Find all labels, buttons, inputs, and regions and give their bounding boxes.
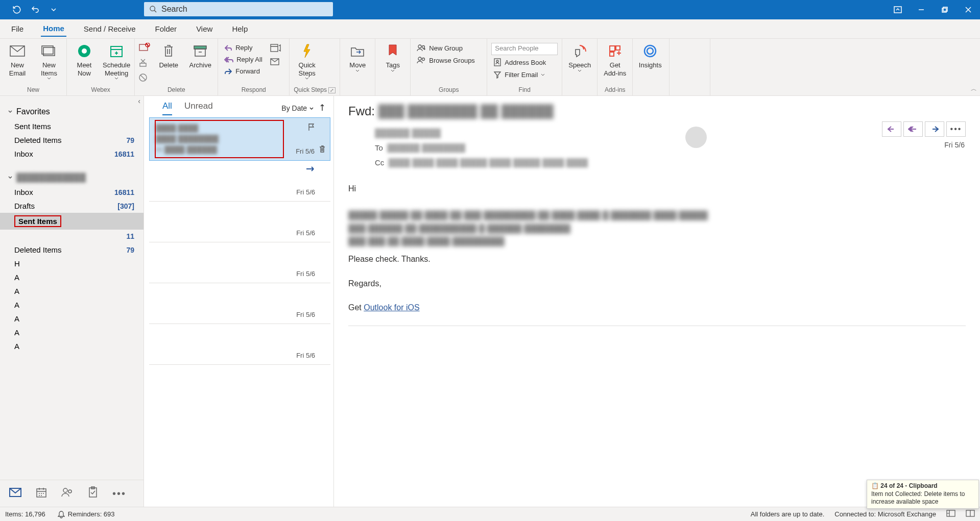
new-items-button[interactable]: New Items	[36, 43, 62, 80]
sort-direction-icon[interactable]	[319, 104, 325, 113]
view-reading-icon[interactable]	[966, 510, 975, 518]
tab-send-receive[interactable]: Send / Receive	[82, 21, 138, 36]
close-icon[interactable]	[957, 0, 980, 19]
svg-rect-25	[616, 46, 620, 50]
new-group-button[interactable]: New Group	[415, 43, 477, 53]
ribbon-group-webex: Webex	[71, 85, 130, 95]
ribbon-group-respond: Respond	[222, 85, 285, 95]
get-addins-button[interactable]: Get Add-ins	[602, 43, 628, 77]
ribbon-display-icon[interactable]	[886, 0, 910, 19]
address-book-button[interactable]: Address Book	[491, 57, 558, 67]
ribbon-group-delete: Delete	[139, 85, 213, 95]
more-nav-icon[interactable]: •••	[112, 488, 126, 500]
folder-item[interactable]: Inbox16811	[0, 185, 144, 199]
folder-item[interactable]: Sent Items	[0, 213, 144, 230]
flag-icon[interactable]	[307, 123, 315, 133]
filter-unread-tab[interactable]: Unread	[184, 101, 213, 115]
insights-button[interactable]: Insights	[637, 43, 663, 69]
svg-rect-3	[943, 7, 947, 11]
status-item-count: Items: 16,796	[5, 510, 45, 518]
more-respond-icon[interactable]	[270, 57, 281, 69]
dropdown-icon[interactable]	[49, 5, 58, 14]
ribbon-group-find: Find	[491, 85, 558, 95]
tasks-icon[interactable]	[88, 486, 98, 501]
folder-item[interactable]: 11	[0, 230, 144, 243]
sort-dropdown[interactable]: By Date	[281, 104, 314, 112]
forward-button[interactable]: Forward	[222, 66, 265, 76]
status-reminders[interactable]: Reminders: 693	[58, 510, 115, 518]
search-placeholder: Search	[161, 5, 187, 14]
cleanup-icon[interactable]	[139, 58, 150, 69]
email-date: Fri 5/6	[944, 141, 965, 149]
new-email-button[interactable]: New Email	[4, 43, 31, 77]
browse-groups-button[interactable]: Browse Groups	[415, 55, 477, 65]
view-normal-icon[interactable]	[946, 510, 955, 518]
reply-all-button[interactable]: Reply All	[222, 55, 265, 64]
message-list-pane: All Unread By Date ████ ████████ ███████…	[144, 96, 334, 507]
folder-item[interactable]: Deleted Items79	[0, 243, 144, 257]
collapse-ribbon-icon[interactable]: ︿	[971, 85, 977, 93]
folder-item[interactable]: A	[0, 284, 144, 298]
email-headers: ██████ █████ To ██████ ████████ Cc ████ …	[334, 122, 980, 176]
favorites-header[interactable]: Favorites	[0, 104, 144, 119]
ignore-icon[interactable]	[139, 43, 150, 54]
svg-point-0	[150, 6, 155, 11]
message-item[interactable]: Fri 5/6	[149, 242, 330, 283]
folder-item[interactable]: A	[0, 270, 144, 284]
search-input[interactable]: Search	[144, 2, 333, 16]
svg-point-27	[647, 48, 653, 54]
forwarded-icon	[306, 165, 315, 174]
search-people-input[interactable]: Search People	[491, 43, 558, 55]
meet-now-button[interactable]: Meet Now	[71, 43, 98, 77]
message-item[interactable]: Fri 5/6	[149, 161, 330, 202]
filter-email-button[interactable]: Filter Email	[491, 69, 558, 80]
tab-view[interactable]: View	[194, 21, 214, 36]
delete-msg-icon[interactable]	[319, 145, 326, 155]
mail-icon[interactable]	[9, 487, 21, 500]
filter-all-tab[interactable]: All	[162, 101, 172, 115]
maximize-icon[interactable]	[933, 0, 957, 19]
delete-button[interactable]: Delete	[155, 43, 182, 69]
favorite-folder[interactable]: Deleted Items79	[0, 133, 144, 147]
quick-steps-button[interactable]: Quick Steps	[294, 43, 320, 80]
refresh-icon[interactable]	[12, 5, 21, 14]
svg-point-32	[68, 490, 71, 493]
meeting-icon[interactable]	[270, 43, 281, 55]
archive-button[interactable]: Archive	[187, 43, 213, 69]
clipboard-toast: 📋 24 of 24 - Clipboard Item not Collecte…	[867, 480, 979, 509]
folder-item[interactable]: A	[0, 339, 144, 353]
tab-home[interactable]: Home	[41, 21, 66, 37]
junk-icon[interactable]	[139, 73, 150, 85]
move-button[interactable]: Move	[344, 43, 371, 72]
outlook-ios-link[interactable]: Outlook for iOS	[364, 303, 419, 312]
people-icon[interactable]	[61, 487, 74, 500]
reading-pane: Fwd: ███ ████████ ██ ██████ ••• Fri 5/6 …	[334, 96, 980, 507]
tab-help[interactable]: Help	[230, 21, 250, 36]
tab-file[interactable]: File	[9, 21, 26, 36]
folder-item[interactable]: A	[0, 298, 144, 312]
svg-rect-2	[942, 8, 946, 12]
svg-rect-10	[139, 44, 148, 51]
folder-item[interactable]: A	[0, 326, 144, 339]
folder-item[interactable]: A	[0, 312, 144, 326]
minimize-icon[interactable]	[910, 0, 933, 19]
tab-folder[interactable]: Folder	[153, 21, 179, 36]
folder-item[interactable]: Drafts[307]	[0, 199, 144, 213]
speech-button[interactable]: Speech	[566, 43, 593, 72]
schedule-meeting-button[interactable]: Schedule Meeting	[103, 43, 130, 80]
tags-button[interactable]: Tags	[379, 43, 406, 72]
calendar-icon[interactable]	[36, 487, 47, 500]
undo-icon[interactable]	[31, 5, 40, 14]
message-item[interactable]: ████ ████████ ████████Hi ████ ██████Fri …	[149, 117, 330, 161]
message-item[interactable]: Fri 5/6	[149, 202, 330, 242]
folder-item[interactable]: H	[0, 257, 144, 270]
svg-rect-12	[140, 63, 146, 66]
favorite-folder[interactable]: Inbox16811	[0, 147, 144, 161]
favorite-folder[interactable]: Sent Items	[0, 119, 144, 133]
svg-point-20	[418, 57, 421, 60]
collapse-nav-icon[interactable]: ‹	[138, 97, 140, 105]
message-item[interactable]: Fri 5/6	[149, 283, 330, 324]
account-header[interactable]: ████████████	[0, 170, 144, 185]
reply-button[interactable]: Reply	[222, 43, 265, 53]
message-item[interactable]: Fri 5/6	[149, 324, 330, 365]
